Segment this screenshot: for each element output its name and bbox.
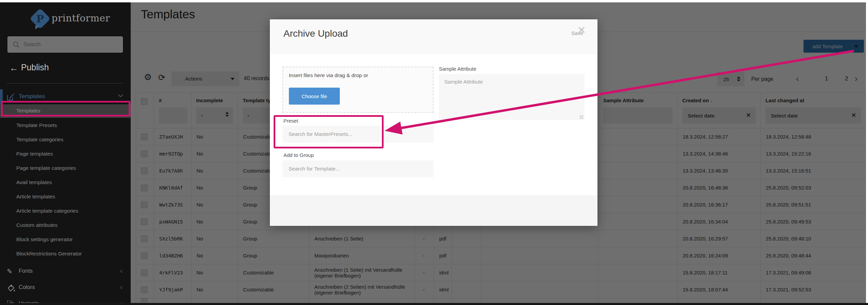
save-button[interactable]: Save	[571, 30, 583, 36]
sidebar-search[interactable]	[7, 36, 123, 53]
app-window: P printformer ← Publish Templates	[0, 0, 868, 305]
publish-back-link[interactable]: Publish	[21, 62, 49, 72]
sidebar-item-block-settings-generator[interactable]: Block settings generator	[0, 232, 131, 247]
sidebar-section-fonts[interactable]: ✎ Fonts ‹	[0, 264, 131, 279]
group-search-input[interactable]	[282, 160, 433, 177]
fonts-label: Fonts	[19, 268, 33, 274]
preset-label: Preset	[283, 118, 298, 124]
sidebar-nav-list: Template Presets Template categories Pag…	[0, 118, 131, 261]
sidebar-item-template-categories[interactable]: Template categories	[0, 132, 131, 147]
dropzone-text: Insert files here via drag & drop or	[289, 72, 368, 78]
sidebar-section-colors[interactable]: Colors ‹	[0, 280, 131, 295]
sample-attribute-textarea[interactable]	[439, 74, 585, 120]
sidebar-item-template-presets[interactable]: Template Presets	[0, 118, 131, 132]
search-input[interactable]	[8, 37, 138, 52]
sidebar-item-label: Templates	[16, 108, 40, 114]
sidebar-item-avail-templates[interactable]: Avail templates	[0, 175, 131, 190]
brand-name: printformer	[52, 13, 110, 24]
add-to-group-label: Add to Group	[283, 152, 314, 158]
sidebar-item-page-templates[interactable]: Page templates	[0, 147, 131, 161]
chevron-left-icon: ‹	[120, 283, 123, 292]
edit-icon	[6, 92, 15, 102]
back-arrow-icon[interactable]: ←	[10, 63, 18, 73]
sidebar-item-page-template-categories[interactable]: Page template categories	[0, 161, 131, 175]
sidebar-section-templates[interactable]: Templates	[0, 89, 131, 104]
paint-bucket-icon	[7, 284, 16, 292]
frame-bottom	[0, 303, 868, 305]
frame-right	[866, 0, 868, 305]
file-dropzone[interactable]: Insert files here via drag & drop or Cho…	[282, 67, 433, 113]
chevron-down-icon	[118, 94, 123, 97]
sample-attribute-label: Sample Attribute	[439, 66, 476, 72]
sidebar: P printformer ← Publish Templates	[0, 2, 131, 303]
resize-handle[interactable]	[579, 115, 583, 119]
chevron-left-icon: ‹	[120, 267, 123, 275]
section-label: Templates	[19, 93, 45, 100]
search-icon	[13, 41, 20, 49]
modal-title: Archive Upload	[283, 28, 348, 39]
sidebar-item-templates-active[interactable]: Templates	[0, 104, 131, 118]
sidebar-item-article-template-categories[interactable]: Article template categories	[0, 204, 131, 218]
logo-letter: P	[33, 11, 48, 26]
sidebar-divider	[7, 83, 123, 84]
sidebar-item-custom-attributes[interactable]: Custom attributes	[0, 218, 131, 232]
sidebar-item-blockrestrictions-generator[interactable]: BlockRestrictions Generator	[0, 247, 131, 261]
preset-search-input[interactable]	[282, 126, 433, 143]
modal-footer	[270, 196, 597, 226]
sidebar-item-article-templates[interactable]: Article templates	[0, 190, 131, 204]
archive-upload-modal: Archive Upload ✕ Insert files here via d…	[270, 19, 597, 226]
pencil-icon: ✎	[7, 267, 13, 275]
colors-label: Colors	[19, 284, 35, 290]
choose-file-button[interactable]: Choose file	[289, 88, 340, 105]
frame-top	[0, 0, 868, 2]
